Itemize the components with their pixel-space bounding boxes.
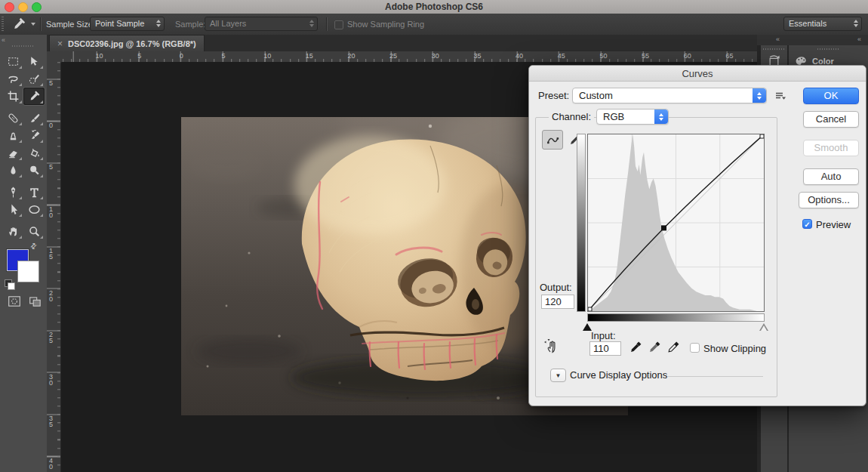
- sample-size-label: Sample Size:: [46, 14, 95, 35]
- collapse-panels-icon[interactable]: «: [857, 35, 860, 43]
- titlebar: Adobe Photoshop CS6: [0, 0, 868, 14]
- ruler-label: 5: [49, 164, 53, 170]
- ok-button[interactable]: OK: [803, 88, 859, 104]
- input-field[interactable]: 110: [589, 341, 621, 356]
- ruler-label: 20: [347, 52, 355, 60]
- channel-select[interactable]: RGB: [596, 109, 669, 125]
- gray-point-sampler-icon[interactable]: [648, 341, 661, 353]
- ruler-label: 30: [432, 52, 439, 60]
- panel-gripper[interactable]: [763, 48, 786, 50]
- default-colors-icon[interactable]: [5, 279, 15, 289]
- pen-tool[interactable]: [2, 184, 23, 201]
- brush-tool[interactable]: [23, 110, 45, 127]
- options-bar-gripper[interactable]: [2, 17, 4, 32]
- tab-title: DSC02396.jpg @ 16.7% (RGB/8*): [68, 39, 196, 48]
- smooth-button[interactable]: Smooth: [803, 140, 859, 156]
- preset-select[interactable]: Custom: [572, 88, 767, 103]
- ruler-label: 35: [473, 52, 481, 60]
- show-sampling-ring-checkbox[interactable]: [334, 20, 343, 29]
- paint-bucket-tool[interactable]: [23, 144, 45, 162]
- ellipse-shape-tool[interactable]: [23, 201, 45, 218]
- curve-grid[interactable]: [587, 134, 765, 312]
- workspace-select[interactable]: Essentials: [783, 17, 862, 31]
- input-gradient-bar: [587, 313, 765, 322]
- quick-mask-button[interactable]: [6, 295, 23, 308]
- clone-stamp-tool[interactable]: [2, 127, 23, 144]
- ruler-label: 40: [516, 52, 523, 60]
- curve-display-options-disclosure[interactable]: ▼: [550, 369, 566, 382]
- dialog-title[interactable]: Curves: [529, 66, 866, 82]
- separator: [326, 17, 328, 31]
- window-title: Adobe Photoshop CS6: [0, 0, 868, 14]
- maximize-button[interactable]: [32, 2, 42, 12]
- sample-size-select[interactable]: Point Sample: [90, 17, 165, 31]
- separator: [40, 17, 42, 31]
- hand-tool[interactable]: [2, 223, 23, 240]
- ruler-label: 65: [725, 52, 733, 60]
- ruler-label: 5: [221, 52, 225, 60]
- eyedropper-tool-icon[interactable]: [11, 17, 26, 35]
- tool-preset-caret-icon[interactable]: [31, 23, 35, 26]
- history-brush-tool[interactable]: [23, 127, 45, 144]
- dock-header: « «: [757, 35, 868, 45]
- white-point-sampler-icon[interactable]: [667, 341, 680, 353]
- document-tab[interactable]: × DSC02396.jpg @ 16.7% (RGB/8*): [49, 35, 205, 51]
- stepper-icon: [156, 20, 161, 27]
- tab-close-icon[interactable]: ×: [57, 39, 63, 49]
- ruler-label: 5: [137, 52, 141, 60]
- ruler-label: 3 5: [49, 415, 53, 427]
- rectangular-marquee-tool[interactable]: [2, 53, 23, 70]
- show-clipping-label: Show Clipping: [703, 343, 766, 354]
- document-tab-bar: × DSC02396.jpg @ 16.7% (RGB/8*): [47, 35, 757, 52]
- collapse-panels-icon[interactable]: «: [776, 35, 779, 43]
- black-point-sampler-icon[interactable]: [629, 341, 642, 353]
- crop-tool[interactable]: [2, 88, 23, 105]
- vertical-ruler: 5051 01 52 02 53 03 54 0: [47, 62, 61, 472]
- ruler-label: 45: [558, 52, 565, 60]
- healing-brush-tool[interactable]: [2, 110, 23, 127]
- cancel-button[interactable]: Cancel: [803, 111, 859, 128]
- output-field[interactable]: 120: [541, 295, 574, 309]
- type-tool[interactable]: [23, 184, 45, 201]
- sample-select[interactable]: All Layers: [205, 17, 318, 31]
- show-clipping-checkbox[interactable]: [690, 343, 700, 353]
- path-selection-tool[interactable]: [2, 201, 23, 218]
- panel-gripper[interactable]: [817, 48, 840, 50]
- stepper-icon: [309, 20, 314, 27]
- options-button[interactable]: Options...: [799, 192, 859, 208]
- tool-grid: [2, 53, 45, 240]
- blur-tool[interactable]: [2, 162, 23, 179]
- curves-dialog: Curves Preset: Custom OK Channel: RGB Ca…: [528, 65, 866, 406]
- lasso-tool[interactable]: [2, 70, 23, 88]
- ruler-label: 2 5: [49, 332, 53, 344]
- point-curve-tool-button[interactable]: [542, 130, 563, 150]
- ruler-label: 2 0: [49, 290, 53, 302]
- move-tool[interactable]: [23, 53, 45, 70]
- divider: [668, 376, 763, 377]
- eyedropper-tool[interactable]: [23, 88, 45, 105]
- ruler-label: 55: [642, 52, 649, 60]
- collapse-toolbar-icon[interactable]: «: [2, 36, 5, 44]
- screen-mode-button[interactable]: [27, 295, 44, 308]
- eraser-tool[interactable]: [2, 144, 23, 162]
- targeted-adjustment-icon[interactable]: [543, 338, 559, 357]
- preset-menu-icon[interactable]: [774, 91, 786, 104]
- close-button[interactable]: [5, 2, 14, 12]
- ruler-label: 1 0: [49, 206, 53, 218]
- preset-label: Preset:: [538, 90, 569, 101]
- ruler-label: 3 0: [49, 374, 53, 386]
- quick-selection-tool[interactable]: [23, 70, 45, 88]
- horizontal-ruler: 10505101520253035404550556065: [47, 51, 757, 63]
- white-point-slider-inner: [761, 325, 767, 331]
- options-bar: Sample Size: Point Sample Sample: All La…: [0, 14, 868, 35]
- auto-button[interactable]: Auto: [803, 168, 859, 185]
- preview-checkbox[interactable]: ✓: [802, 219, 812, 229]
- ruler-label: 4 0: [49, 458, 53, 470]
- minimize-button[interactable]: [18, 2, 28, 12]
- toolbar-gripper[interactable]: [12, 45, 35, 47]
- background-color-swatch[interactable]: [17, 261, 39, 282]
- swap-colors-icon[interactable]: ⇄: [28, 241, 38, 251]
- zoom-tool[interactable]: [23, 223, 45, 240]
- dodge-tool[interactable]: [23, 162, 45, 179]
- output-gradient-bar: [577, 134, 586, 312]
